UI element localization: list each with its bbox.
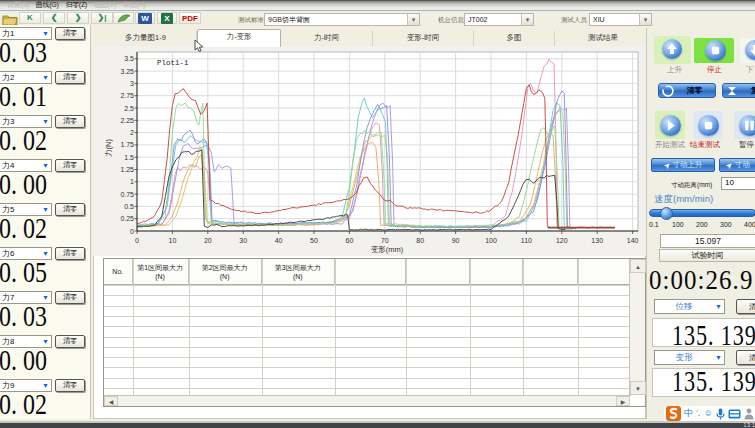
svg-text:1: 1 — [130, 178, 134, 185]
svg-text:1.75: 1.75 — [120, 141, 134, 148]
svg-text:1.5: 1.5 — [124, 154, 134, 161]
svg-text:0: 0 — [135, 237, 139, 244]
svg-text:力(N): 力(N) — [104, 139, 113, 157]
svg-text:30: 30 — [239, 237, 247, 244]
svg-text:0.75: 0.75 — [120, 191, 134, 198]
svg-text:3.5: 3.5 — [124, 55, 134, 62]
svg-text:40: 40 — [275, 237, 283, 244]
svg-text:70: 70 — [381, 237, 389, 244]
svg-text:90: 90 — [452, 237, 460, 244]
svg-text:0.25: 0.25 — [120, 215, 134, 222]
svg-text:140: 140 — [627, 237, 639, 244]
svg-text:50: 50 — [310, 237, 318, 244]
svg-text:3.25: 3.25 — [120, 68, 134, 75]
svg-text:20: 20 — [204, 237, 212, 244]
svg-text:120: 120 — [556, 237, 568, 244]
svg-text:2: 2 — [130, 129, 134, 136]
svg-text:变形(mm): 变形(mm) — [371, 245, 404, 254]
svg-text:2.75: 2.75 — [120, 92, 134, 99]
svg-text:100: 100 — [485, 237, 497, 244]
svg-text:Plot1-1: Plot1-1 — [157, 59, 189, 67]
svg-text:3: 3 — [130, 80, 134, 87]
svg-text:2.5: 2.5 — [124, 105, 134, 112]
svg-text:2.25: 2.25 — [120, 117, 134, 124]
svg-text:0: 0 — [130, 228, 134, 235]
svg-text:130: 130 — [591, 237, 603, 244]
svg-text:0.5: 0.5 — [124, 203, 134, 210]
svg-text:110: 110 — [521, 237, 532, 244]
svg-text:60: 60 — [346, 237, 354, 244]
svg-text:1.25: 1.25 — [120, 166, 134, 173]
svg-text:10: 10 — [169, 237, 177, 244]
svg-text:80: 80 — [416, 237, 424, 244]
